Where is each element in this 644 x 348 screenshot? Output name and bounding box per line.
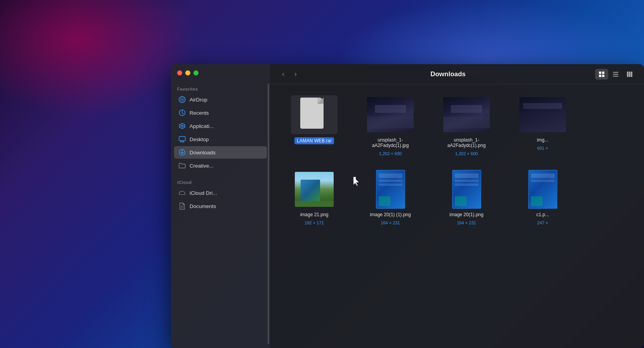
- icloud-section-header: iCloud: [171, 177, 270, 186]
- file-name-img-partial: img...: [537, 137, 548, 143]
- file-dims-png1: 1,202 × 600: [455, 151, 478, 156]
- svg-rect-20: [613, 72, 618, 73]
- svg-rect-23: [627, 72, 628, 77]
- file-item-png1[interactable]: unsplash_1-aA2Fadydc(1).png 1,202 × 600: [432, 92, 501, 159]
- sidebar-item-label-airdrop: AirDrop: [190, 97, 207, 103]
- toolbar: ‹ › Downloads: [270, 64, 644, 84]
- svg-rect-16: [599, 72, 601, 74]
- file-dims-img-partial: 601 ×: [537, 146, 548, 150]
- rar-thumbnail: [291, 95, 338, 134]
- svg-rect-25: [631, 72, 632, 77]
- recents-icon: [179, 109, 186, 116]
- svg-rect-19: [602, 75, 604, 77]
- main-content: ‹ › Downloads: [270, 64, 644, 348]
- img-partial-thumbnail: [519, 95, 566, 134]
- sidebar-item-creative[interactable]: Creative...: [174, 159, 267, 172]
- airdrop-icon: [179, 96, 186, 103]
- forward-button[interactable]: ›: [290, 69, 301, 80]
- sidebar-item-applications[interactable]: Applicati...: [174, 120, 267, 132]
- close-button[interactable]: [177, 70, 182, 75]
- sidebar-item-label-recents: Recents: [190, 110, 209, 116]
- file-item-image21[interactable]: image 21.png 192 × 171: [279, 167, 349, 228]
- nav-buttons: ‹ ›: [278, 69, 301, 80]
- jpg1-thumbnail: [367, 95, 414, 134]
- file-item-image20-1[interactable]: image 20(1) (1).png 164 × 231: [355, 167, 425, 228]
- minimize-button[interactable]: [185, 70, 190, 75]
- sidebar-item-label-downloads: Downloads: [190, 150, 216, 156]
- file-item-image20-png[interactable]: image 20(1).png 164 × 231: [432, 167, 501, 228]
- sidebar-item-label-documents: Documents: [190, 203, 216, 209]
- sidebar-item-label-creative: Creative...: [190, 163, 214, 169]
- list-view-button[interactable]: [609, 69, 622, 80]
- column-view-button[interactable]: [623, 69, 636, 80]
- file-name-image20-png: image 20(1).png: [449, 212, 483, 217]
- sidebar-item-icloud-drive[interactable]: iCloud Dri...: [174, 187, 267, 199]
- file-dims-image20-1: 164 × 231: [381, 220, 400, 225]
- sidebar-item-recents[interactable]: Recents: [174, 107, 267, 119]
- applications-icon: [179, 122, 186, 129]
- window-controls: [177, 70, 198, 75]
- image20-png-thumbnail: [443, 170, 490, 209]
- file-item-rar[interactable]: LAMAN WEB.rar: [279, 92, 349, 159]
- file-item-jpg1[interactable]: unsplash_1-aA2Fadydc(1).jpg 1,202 × 600: [355, 92, 425, 159]
- file-name-c1-partial: c1.p...: [536, 212, 549, 217]
- sidebar-item-documents[interactable]: Documents: [174, 200, 267, 212]
- sidebar-scrollbar[interactable]: [268, 84, 269, 344]
- finder-window: Favorites AirDrop Recents: [171, 64, 644, 348]
- sidebar-item-desktop[interactable]: Desktop: [174, 133, 267, 145]
- icloud-drive-icon: [179, 189, 186, 196]
- svg-rect-22: [613, 76, 618, 77]
- file-name-jpg1: unsplash_1-aA2Fadydc(1).jpg: [361, 137, 419, 148]
- svg-rect-18: [599, 75, 601, 77]
- file-name-rar: LAMAN WEB.rar: [294, 137, 334, 144]
- image20-1-thumbnail: [367, 170, 414, 209]
- file-dims-c1-partial: 247 ×: [537, 220, 548, 225]
- file-name-image21: image 21.png: [300, 212, 329, 217]
- sidebar-item-label-icloud: iCloud Dri...: [190, 190, 217, 196]
- file-dims-image20-png: 164 × 231: [457, 220, 476, 225]
- sidebar: Favorites AirDrop Recents: [171, 64, 270, 348]
- folder-icon: [179, 162, 186, 169]
- files-grid: LAMAN WEB.rar unsplash_1-aA2Fadydc(1).jp…: [270, 84, 644, 348]
- svg-rect-24: [629, 72, 630, 77]
- sidebar-item-label-applications: Applicati...: [190, 123, 214, 129]
- favorites-section-header: Favorites: [171, 84, 270, 93]
- svg-rect-8: [179, 136, 185, 141]
- svg-rect-17: [602, 72, 604, 74]
- c1-partial-thumbnail: [519, 170, 566, 209]
- icon-view-button[interactable]: [595, 69, 608, 80]
- file-name-image20-1: image 20(1) (1).png: [370, 212, 411, 217]
- file-dims-image21: 192 × 171: [305, 220, 324, 225]
- back-button[interactable]: ‹: [278, 69, 289, 80]
- file-item-img-partial[interactable]: img... 601 ×: [508, 92, 578, 159]
- sidebar-item-label-desktop: Desktop: [190, 136, 209, 142]
- png1-thumbnail: [443, 95, 490, 134]
- file-dims-jpg1: 1,202 × 600: [379, 151, 402, 156]
- image21-thumbnail: [291, 170, 338, 209]
- desktop-icon: [179, 136, 186, 143]
- sidebar-item-downloads[interactable]: Downloads: [174, 146, 267, 159]
- file-item-c1-partial[interactable]: c1.p... 247 ×: [508, 167, 578, 228]
- svg-point-2: [182, 99, 183, 100]
- maximize-button[interactable]: [193, 70, 198, 75]
- svg-rect-21: [613, 74, 618, 75]
- view-buttons: [595, 69, 636, 80]
- toolbar-title: Downloads: [306, 70, 590, 78]
- sidebar-item-airdrop[interactable]: AirDrop: [174, 93, 267, 106]
- downloads-icon: [179, 149, 186, 156]
- documents-icon: [179, 203, 186, 210]
- file-name-png1: unsplash_1-aA2Fadydc(1).png: [437, 137, 496, 148]
